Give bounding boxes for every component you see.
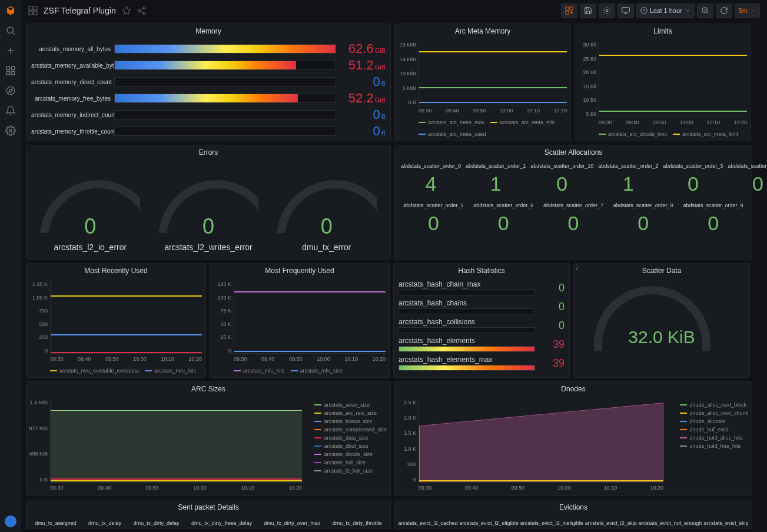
panel-mru[interactable]: Most Recently Used 1.25 K1.00 K750500250… — [26, 263, 206, 378]
scatter-stat: abdstats_scatter_order_11 — [464, 162, 527, 197]
legend-item[interactable]: dnode_allocate — [680, 418, 748, 424]
evict-stat: arcstats_evict_l2_cached — [399, 520, 458, 526]
svg-rect-1 — [6, 66, 9, 69]
share-icon[interactable] — [137, 6, 147, 15]
legend-item[interactable]: dnode_alloc_next_block — [680, 402, 748, 408]
scatter-stat: abdstats_scatter_order_60 — [470, 201, 537, 236]
user-avatar[interactable]: 👤 — [5, 516, 16, 527]
scatter-stat: abdstats_scatter_order_21 — [597, 162, 659, 197]
save-button[interactable] — [580, 4, 596, 18]
legend-item[interactable]: arcstats_mfu_size — [291, 368, 343, 374]
sent-stat: dmu_tx_dirty_frees_delay — [191, 520, 252, 526]
sent-stat: dmu_tx_dirty_over_max — [264, 520, 320, 526]
dashboards-icon[interactable] — [5, 65, 16, 77]
legend-item[interactable]: arcstats_arc_meta_limit — [673, 131, 738, 137]
svg-rect-10 — [34, 11, 37, 15]
legend-item[interactable]: arcstats_dnode_size — [314, 451, 387, 457]
refresh-interval-button[interactable]: 5m — [735, 4, 760, 18]
legend-item[interactable]: arcstats_arc_meta_min — [490, 119, 555, 125]
error-gauge: 0dmu_tx_error — [277, 180, 377, 252]
sent-stat: dmu_tx_assigned — [35, 520, 77, 526]
dashboard-title[interactable]: ZSF Telegraf Plugin — [44, 6, 116, 15]
svg-rect-9 — [29, 11, 32, 15]
svg-point-12 — [138, 9, 141, 12]
explore-icon[interactable] — [5, 85, 16, 97]
svg-rect-8 — [34, 6, 37, 10]
panel-scatter-data[interactable]: i Scatter Data 32.0 KiB — [573, 263, 750, 378]
info-icon[interactable]: i — [576, 265, 577, 271]
hash-stat-row: arcstats_hash_chain_max0 — [399, 280, 565, 295]
legend-item[interactable]: arcstats_dbuf_size — [314, 443, 387, 449]
svg-point-11 — [143, 6, 145, 9]
svg-point-5 — [6, 87, 15, 95]
scatter-stat: abdstats_scatter_order_90 — [679, 201, 747, 236]
panel-mfu[interactable]: Most Frequently Used 125 K100 K75 K50 K2… — [210, 263, 390, 378]
panel-errors[interactable]: Errors 0arcstats_l2_io_error0arcstats_l2… — [26, 145, 391, 260]
scatter-stat: abdstats_scatter_order_80 — [609, 201, 677, 236]
refresh-button[interactable] — [716, 4, 732, 18]
evict-stat: arcstats_evict_l2_skip — [585, 520, 637, 526]
panel-dnodes[interactable]: Dnodes 2.5 K2.0 K1.5 K1.0 K500009:3009:4… — [394, 381, 752, 496]
legend-item[interactable]: arcstats_compressed_size — [314, 427, 387, 433]
svg-rect-2 — [12, 66, 15, 69]
panel-arc-meta[interactable]: Arc Meta Memory 19 MiB14 MiB10 MiB5 MiB0… — [394, 24, 571, 141]
scatter-stat: abdstats_scatter_order_30 — [662, 162, 724, 197]
legend-item[interactable]: arcstats_data_size — [314, 435, 387, 441]
monitor-button[interactable] — [617, 4, 634, 18]
grafana-logo-icon[interactable] — [5, 5, 16, 16]
scatter-data-value: 32.0 KiB — [579, 327, 745, 347]
legend-item[interactable]: dnode_hold_free_hits — [680, 443, 748, 449]
svg-rect-14 — [566, 7, 569, 10]
memory-bar-row: arcstats_memory_throttle_count 0B — [31, 123, 386, 139]
search-icon[interactable] — [5, 25, 16, 36]
legend-item[interactable]: dnode_alloc_next_chunk — [680, 410, 748, 416]
plus-icon[interactable] — [5, 45, 16, 56]
legend-item[interactable]: arcstats_l2_hdr_size — [314, 468, 387, 474]
legend-item[interactable]: arcstats_mru_evictable_metadata — [50, 368, 139, 374]
panel-hash[interactable]: Hash Statistics arcstats_hash_chain_max0… — [393, 263, 570, 378]
dashboard-icon — [28, 6, 38, 15]
legend-item[interactable]: arcstats_mfu_hits — [234, 368, 285, 374]
svg-point-17 — [606, 9, 608, 12]
scatter-stat: abdstats_scatter_order_40 — [726, 162, 767, 197]
scatter-stat: abdstats_scatter_order_04 — [400, 162, 462, 197]
legend-item[interactable]: arcstats_arc_meta_max — [419, 119, 484, 125]
legend-item[interactable]: dnode_hold_alloc_hits — [680, 435, 748, 441]
legend-item[interactable]: arcstats_mru_hits — [145, 368, 196, 374]
dashboard-header: ZSF Telegraf Plugin Last 1 hour 5m — [21, 0, 767, 21]
panel-evictions[interactable]: Evictions arcstats_evict_l2_cachedarcsta… — [394, 500, 752, 529]
legend-item[interactable]: arcstats_anon_size — [314, 402, 387, 408]
panel-memory[interactable]: Memory arcstats_memory_all_bytes 62.6GiB… — [26, 24, 391, 141]
svg-rect-3 — [6, 72, 9, 75]
hash-stat-row: arcstats_hash_collisions0 — [399, 318, 565, 333]
legend-item[interactable]: arcstats_bonus_size — [314, 418, 387, 424]
add-panel-button[interactable] — [561, 4, 577, 18]
evict-stat: arcstats_evict_l2_eligible — [460, 520, 519, 526]
legend-item[interactable]: arcstats_arc_raw_size — [314, 410, 387, 416]
svg-point-0 — [7, 27, 14, 34]
panel-sent-packet[interactable]: Sent packet Details dmu_tx_assigneddmu_t… — [26, 500, 391, 529]
time-range-button[interactable]: Last 1 hour — [636, 4, 695, 18]
hash-stat-row: arcstats_hash_chains0 — [399, 299, 565, 314]
legend-item[interactable]: arcstats_arc_meta_used — [419, 131, 486, 137]
svg-point-6 — [9, 129, 12, 132]
error-gauge: 0arcstats_l2_io_error — [40, 180, 140, 252]
panel-scatter-allocations[interactable]: Scatter Allocations abdstats_scatter_ord… — [394, 145, 752, 260]
configuration-icon[interactable] — [5, 125, 16, 137]
legend-item[interactable]: arcstats_hdr_size — [314, 460, 387, 466]
panel-title: Memory — [26, 24, 390, 38]
svg-rect-16 — [566, 11, 569, 14]
legend-item[interactable]: arcstats_arc_dnode_limit — [599, 131, 667, 137]
alerting-icon[interactable] — [5, 105, 16, 117]
zoom-out-button[interactable] — [697, 4, 713, 18]
panel-arc-sizes[interactable]: ARC Sizes 1.4 MiB977 KiB488 KiB0 B09:300… — [26, 381, 391, 496]
sent-stat: dmu_tx_delay — [88, 520, 121, 526]
error-gauge: 0arcstats_l2_writes_error — [158, 180, 258, 252]
settings-button[interactable] — [599, 4, 615, 18]
legend-item[interactable]: dnode_buf_evict — [680, 427, 748, 433]
memory-bar-row: arcstats_memory_all_bytes 62.6GiB — [31, 41, 386, 57]
star-icon[interactable] — [122, 6, 131, 15]
evict-stat: arcstats_evict_l2_ineligible — [520, 520, 583, 526]
hash-stat-row: arcstats_hash_elements39 — [399, 337, 565, 352]
panel-limits[interactable]: Limits 30 Bil25 Bil20 Bil15 Bil10 Bil5 B… — [575, 24, 751, 141]
